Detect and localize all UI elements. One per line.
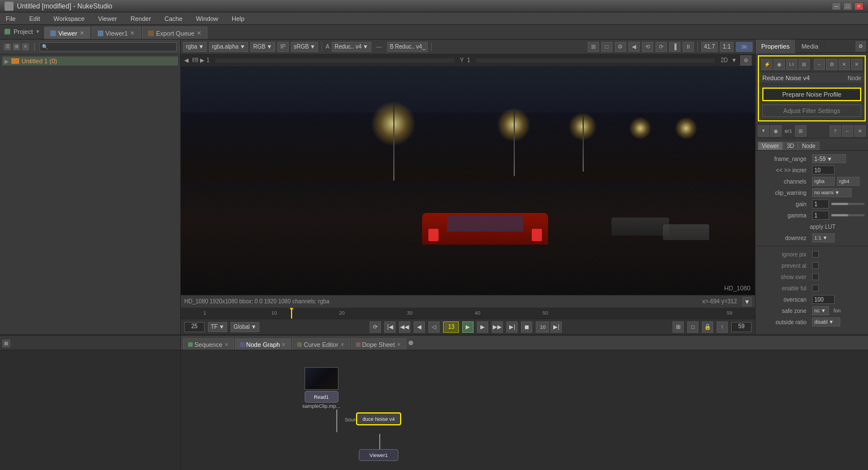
bt-tab-curve-editor[interactable]: Curve Editor ✕: [292, 338, 349, 350]
tab-viewer[interactable]: Viewer ✕: [44, 27, 90, 39]
view-mode-chevron-icon[interactable]: ▼: [731, 57, 737, 63]
goto-end-button[interactable]: ▶|: [506, 321, 518, 333]
alpha-dropdown[interactable]: rgba.alpha ▼: [209, 42, 248, 52]
step-end-button[interactable]: ▶|: [550, 321, 562, 333]
bt-curve-editor-close[interactable]: ✕: [340, 342, 345, 347]
timeline-expand-icon[interactable]: ▼: [743, 297, 752, 306]
viewer-icon4[interactable]: ◀: [628, 42, 640, 52]
channels-val1-dropdown[interactable]: rgba: [812, 177, 835, 186]
viewer-icon6[interactable]: ⟳: [656, 42, 667, 52]
channels-val2-dropdown[interactable]: rgb4: [837, 177, 860, 186]
vp-question-icon[interactable]: ?: [830, 125, 841, 137]
record-button[interactable]: ⊞: [672, 321, 684, 333]
play-back-button[interactable]: ◁: [428, 321, 440, 333]
overscan-input[interactable]: [812, 295, 835, 304]
menu-viewer[interactable]: Viewer: [95, 14, 120, 23]
prevent-al-checkbox[interactable]: [812, 262, 819, 269]
ip-button[interactable]: IP: [277, 42, 289, 52]
timeline-ruler[interactable]: 1 10 20 30 40 50 59: [181, 307, 755, 319]
bt-tab-node-graph[interactable]: Node Graph ✕: [235, 338, 292, 350]
bt-dope-sheet-close[interactable]: ✕: [397, 342, 401, 347]
viewer1-box[interactable]: Viewer1: [359, 449, 398, 461]
tab-properties[interactable]: Properties: [756, 40, 796, 53]
props-grid-icon[interactable]: ⊞: [798, 59, 810, 70]
props-l1-icon[interactable]: L1: [786, 59, 797, 70]
frame-scrubber[interactable]: [215, 58, 454, 63]
a-reduc-dropdown[interactable]: Reduc.. v4 ▼: [332, 42, 371, 52]
tab-export-queue-close[interactable]: ✕: [197, 30, 201, 36]
fps-display[interactable]: 41.7: [701, 42, 718, 52]
maximize-button[interactable]: □: [843, 2, 852, 10]
vp-close-icon[interactable]: ✕: [854, 125, 866, 137]
gamma-slider[interactable]: [831, 214, 865, 216]
vp-filter-icon[interactable]: ▼: [758, 125, 769, 137]
bt-tab-dope-sheet[interactable]: Dope Sheet ✕: [351, 338, 406, 350]
adjust-filter-settings-button[interactable]: Adjust Filter Settings: [762, 105, 861, 117]
tab-viewer-close[interactable]: ✕: [80, 30, 84, 36]
vp-tab-3d[interactable]: 3D: [783, 142, 798, 150]
node-graph-area[interactable]: Read1 sampleClip.mp... Source duce Noise…: [181, 350, 868, 470]
y-scrubber[interactable]: [476, 58, 715, 63]
gamma-input[interactable]: [812, 211, 829, 220]
grid-view-button[interactable]: ⊞: [12, 43, 20, 51]
props-x-icon[interactable]: ✕: [839, 59, 850, 70]
tab-viewer1[interactable]: Viewer1 ✕: [92, 27, 141, 39]
menu-render[interactable]: Render: [127, 14, 154, 23]
viewer-icon8[interactable]: ⏸: [683, 42, 694, 52]
global-dropdown[interactable]: Global ▼: [231, 322, 259, 332]
viewer-arrow-right-icon[interactable]: ▶: [200, 57, 205, 63]
minimize-button[interactable]: ─: [832, 2, 841, 10]
gain-input[interactable]: [812, 199, 829, 208]
viewer-arrow-left-icon[interactable]: ◀: [184, 57, 189, 63]
bottom-panel-icon[interactable]: ⊞: [2, 340, 10, 347]
viewer-icon5[interactable]: ⟲: [642, 42, 653, 52]
reduce-noise-box[interactable]: duce Noise v4: [356, 412, 401, 425]
viewer-icon2[interactable]: □: [601, 42, 613, 52]
goto-start-button[interactable]: |◀: [384, 321, 396, 333]
current-frame-display[interactable]: 13: [443, 321, 459, 333]
ignore-pix-checkbox[interactable]: [812, 251, 819, 258]
lut-dropdown[interactable]: sRGB ▼: [291, 42, 319, 52]
frame-range-start[interactable]: 25: [184, 322, 205, 332]
snapshot-button[interactable]: □: [687, 321, 698, 333]
colorspace-dropdown[interactable]: RGB ▼: [250, 42, 275, 52]
lock-button[interactable]: 🔒: [702, 321, 713, 333]
playhead[interactable]: [291, 308, 292, 319]
sync-icon[interactable]: ⟳: [370, 321, 381, 333]
b-reduc-dropdown[interactable]: B Reduc.. v4_: [387, 42, 428, 52]
list-view-button[interactable]: ☰: [3, 43, 11, 51]
menu-edit[interactable]: Edit: [26, 14, 44, 23]
vp-grid-icon[interactable]: ⊞: [795, 125, 806, 137]
read1-node[interactable]: Read1 sampleClip.mp...: [302, 367, 340, 409]
tab-viewer1-close[interactable]: ✕: [130, 30, 134, 36]
menu-file[interactable]: File: [2, 14, 19, 23]
clip-warning-dropdown[interactable]: no warni ▼: [812, 188, 852, 197]
enable-ful-checkbox[interactable]: [812, 285, 819, 291]
tree-item-untitled[interactable]: ▶ Untitled 1 (0): [2, 56, 178, 66]
menu-cache[interactable]: Cache: [161, 14, 186, 23]
step-back-button[interactable]: ◀: [414, 321, 425, 333]
stop-button[interactable]: ◼: [521, 321, 532, 333]
zoom-icon[interactable]: 3K: [736, 42, 753, 52]
props-close-icon[interactable]: ✕: [851, 59, 862, 70]
downrez-dropdown[interactable]: 1:1 ▼: [812, 233, 835, 242]
vp-eye-icon[interactable]: ◉: [770, 125, 782, 137]
viewer1-node[interactable]: Viewer1: [359, 449, 398, 461]
props-filter-icon[interactable]: ⚡: [761, 59, 772, 70]
props-settings-icon[interactable]: ⚙: [826, 59, 837, 70]
prev-frame-button[interactable]: ◀◀: [399, 321, 410, 333]
prepare-noise-profile-button[interactable]: Prepare Noise Profile: [762, 88, 861, 101]
vp-tab-node[interactable]: Node: [798, 142, 819, 150]
viewer-icon3[interactable]: ⚙: [615, 42, 626, 52]
ratio-display[interactable]: 1:1: [720, 42, 734, 52]
outside-ratio-dropdown[interactable]: disabl ▼: [812, 317, 840, 327]
increr-input[interactable]: [812, 166, 835, 175]
bt-sequence-close[interactable]: ✕: [224, 342, 229, 347]
menu-window[interactable]: Window: [193, 14, 222, 23]
props-arrow-icon[interactable]: ←: [814, 59, 825, 70]
gain-slider[interactable]: [831, 203, 865, 205]
safe-zone-dropdown[interactable]: nc ▼: [812, 306, 829, 315]
close-button[interactable]: ✕: [854, 2, 863, 10]
menu-help[interactable]: Help: [228, 14, 248, 23]
reduce-noise-node[interactable]: duce Noise v4: [356, 412, 401, 425]
